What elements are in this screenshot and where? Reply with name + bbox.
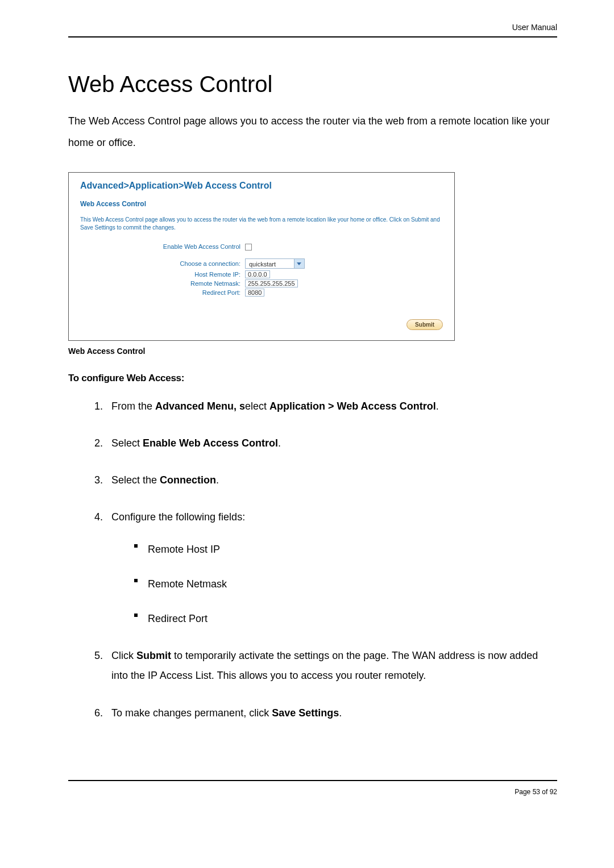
choose-label: Choose a connection:: [80, 260, 245, 267]
step-5-bold: Submit: [136, 650, 171, 661]
step-6-bold: Save Settings: [272, 707, 339, 719]
port-row: Redirect Port: 8080: [80, 289, 443, 296]
netmask-row: Remote Netmask: 255.255.255.255: [80, 280, 443, 287]
step-4-sublist: Remote Host IP Remote Netmask Redirect P…: [134, 540, 557, 629]
step-4: Configure the following fields: Remote H…: [106, 507, 557, 629]
step-1-post: .: [436, 400, 439, 412]
step-1: From the Advanced Menu, select Applicati…: [106, 397, 557, 416]
page-title: Web Access Control: [68, 72, 557, 97]
step-3-pre: Select the: [111, 474, 160, 486]
enable-row: Enable Web Access Control: [80, 243, 443, 251]
connection-select[interactable]: quickstart: [245, 258, 305, 269]
step-4-text: Configure the following fields:: [111, 511, 245, 523]
screenshot-section-title: Web Access Control: [80, 200, 443, 208]
intro-paragraph: The Web Access Control page allows you t…: [68, 111, 557, 154]
host-ip-label: Host Remote IP:: [80, 271, 245, 278]
host-ip-input[interactable]: 0.0.0.0: [245, 270, 270, 278]
screenshot-description: This Web Access Control page allows you …: [80, 216, 443, 232]
choose-row: Choose a connection: quickstart: [80, 258, 443, 269]
breadcrumb: Advanced>Application>Web Access Control: [80, 181, 443, 191]
step-3-bold: Connection: [160, 474, 216, 486]
step-1-bold2: Application > Web Access Control: [269, 400, 436, 412]
sub-remote-netmask: Remote Netmask: [134, 574, 557, 594]
header-right: User Manual: [68, 23, 557, 36]
embedded-screenshot: Advanced>Application>Web Access Control …: [68, 172, 455, 341]
sub-remote-host-ip: Remote Host IP: [134, 540, 557, 560]
step-2-bold: Enable Web Access Control: [143, 437, 278, 449]
page-number: Page 53 of 92: [68, 788, 557, 796]
netmask-input[interactable]: 255.255.255.255: [245, 279, 298, 287]
step-2-post: .: [278, 437, 281, 449]
step-6: To make changes permanent, click Save Se…: [106, 703, 557, 723]
step-6-pre: To make changes permanent, click: [111, 707, 272, 719]
submit-wrap: Submit: [80, 319, 443, 330]
step-2-pre: Select: [111, 437, 143, 449]
step-3-post: .: [216, 474, 219, 486]
host-ip-row: Host Remote IP: 0.0.0.0: [80, 271, 443, 278]
footer-rule: [68, 780, 557, 781]
configure-heading: To configure Web Access:: [68, 373, 557, 384]
chevron-down-icon: [294, 259, 304, 268]
port-input[interactable]: 8080: [245, 289, 264, 297]
header-rule: [68, 36, 557, 37]
connection-value: quickstart: [246, 259, 294, 268]
enable-label: Enable Web Access Control: [80, 243, 245, 250]
submit-button[interactable]: Submit: [406, 319, 443, 330]
step-1-mid: elect: [245, 400, 269, 412]
step-3: Select the Connection.: [106, 470, 557, 490]
step-5-post: to temporarily activate the settings on …: [111, 650, 538, 681]
step-2: Select Enable Web Access Control.: [106, 433, 557, 453]
step-1-bold1: Advanced Menu, s: [155, 400, 245, 412]
figure-caption: Web Access Control: [68, 347, 557, 356]
port-label: Redirect Port:: [80, 289, 245, 296]
sub-redirect-port: Redirect Port: [134, 609, 557, 629]
step-1-pre: From the: [111, 400, 155, 412]
step-5: Click Submit to temporarily activate the…: [106, 646, 557, 686]
step-6-post: .: [339, 707, 342, 719]
enable-checkbox[interactable]: [245, 244, 252, 251]
step-5-pre: Click: [111, 650, 136, 661]
steps-list: From the Advanced Menu, select Applicati…: [68, 397, 557, 723]
netmask-label: Remote Netmask:: [80, 280, 245, 287]
